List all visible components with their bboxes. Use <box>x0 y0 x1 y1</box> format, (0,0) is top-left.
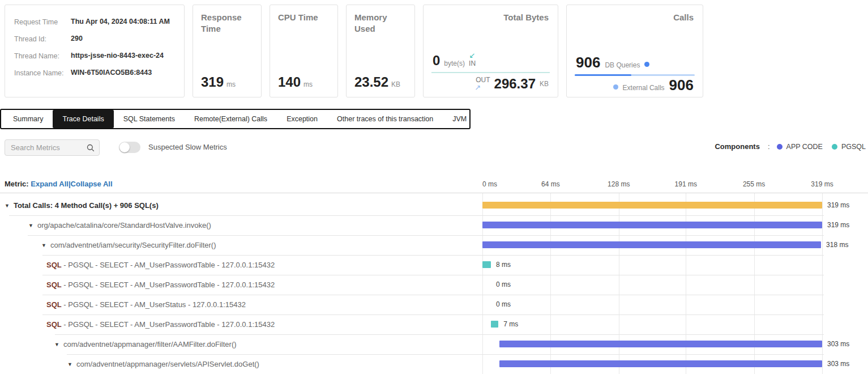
metric-name[interactable]: ▼com/adventnet/appmanager/servlets/APISe… <box>67 354 259 374</box>
legend-pgsql: PGSQL <box>832 143 866 151</box>
metric-text: com/adventnet/iam/security/SecurityFilte… <box>50 241 216 249</box>
request-value: Thu Apr 04, 2024 04:08:11 AM <box>71 18 175 27</box>
tree-row: SQL - PGSQL - SELECT - AM_UserPasswordTa… <box>0 255 868 275</box>
tab-other-traces-of-this-transaction[interactable]: Other traces of this transaction <box>327 110 443 128</box>
metric-name[interactable]: SQL - PGSQL - SELECT - AM_UserPasswordTa… <box>46 275 275 295</box>
tab-trace-details[interactable]: Trace Details <box>53 110 113 128</box>
card-title: Calls <box>673 12 694 23</box>
metric-label: Metric: <box>5 180 29 188</box>
legend-label: PGSQL <box>841 143 866 151</box>
memory-used-unit: KB <box>391 80 400 88</box>
response-time-value: 319 <box>201 75 224 89</box>
metric-name[interactable]: ▼com/adventnet/appmanager/filter/AAMFilt… <box>54 334 237 355</box>
metric-name[interactable]: ▼com/adventnet/iam/security/SecurityFilt… <box>41 235 216 256</box>
tree-row: ▼com/adventnet/iam/security/SecurityFilt… <box>0 235 868 255</box>
tree-row: ▼Total Calls: 4 Method Call(s) + 906 SQL… <box>0 196 868 215</box>
search-input[interactable] <box>5 143 87 152</box>
bytes-divider <box>431 72 550 73</box>
request-info-card: Request TimeThu Apr 04, 2024 04:08:11 AM… <box>5 5 185 97</box>
legend-items: APP CODEPGSQL <box>777 143 866 151</box>
db-queries-label: DB Queries <box>605 61 640 69</box>
axis-tick: 319 ms <box>811 176 833 193</box>
tab-exception[interactable]: Exception <box>277 110 327 128</box>
metric-name[interactable]: SQL - PGSQL - SELECT - AM_UserPasswordTa… <box>46 255 275 275</box>
sql-prefix: SQL <box>46 300 62 309</box>
duration-label: 0 ms <box>496 295 511 314</box>
collapse-all-link[interactable]: Collapse All <box>71 180 113 188</box>
duration-bar <box>482 222 822 228</box>
controls-row: Suspected Slow Metrics Components : APP … <box>0 139 868 156</box>
bytes-out-value: 296.37 <box>494 77 536 91</box>
axis-tick: 64 ms <box>541 176 560 193</box>
components-legend: Components : APP CODEPGSQL <box>715 142 866 151</box>
collapse-arrow-icon[interactable]: ▼ <box>28 216 33 236</box>
tree-row: SQL - PGSQL - SELECT - AM_UserStatus - 1… <box>0 295 868 314</box>
tree-row: ▼com/adventnet/appmanager/filter/AAMFilt… <box>0 334 868 354</box>
external-calls-dot-icon <box>613 84 618 90</box>
db-queries-value: 906 <box>576 55 600 70</box>
cpu-time-value: 140 <box>278 75 301 89</box>
bytes-out-label: OUT <box>476 76 490 83</box>
axis-tick: 255 ms <box>743 176 765 193</box>
tab-jvm[interactable]: JVM <box>443 110 476 128</box>
card-title: Response Time <box>201 12 253 34</box>
tree-row: ▼com/adventnet/appmanager/servlets/APISe… <box>0 354 868 374</box>
bytes-in-unit: byte(s) <box>444 60 465 67</box>
toggle-label: Suspected Slow Metrics <box>148 143 227 151</box>
toggle-knob <box>119 142 130 152</box>
metric-text: - PGSQL - SELECT - AM_UserPasswordTable … <box>62 261 275 269</box>
duration-label: 7 ms <box>503 314 518 334</box>
trace-rows: ▼Total Calls: 4 Method Call(s) + 906 SQL… <box>0 196 868 374</box>
db-queries-dot-icon <box>644 62 649 67</box>
collapse-arrow-icon[interactable]: ▼ <box>54 335 59 355</box>
tab-remote-external-calls[interactable]: Remote(External) Calls <box>185 110 277 128</box>
collapse-arrow-icon[interactable]: ▼ <box>5 196 10 216</box>
expand-all-link[interactable]: Expand All <box>31 180 69 188</box>
duration-label: 319 ms <box>827 196 849 215</box>
duration-bar <box>482 261 491 268</box>
duration-label: 318 ms <box>826 235 848 255</box>
duration-bar <box>499 360 822 367</box>
tab-sql-statements[interactable]: SQL Statements <box>114 110 185 128</box>
duration-bar <box>499 341 822 347</box>
request-label: Thread Name: <box>14 52 64 61</box>
axis-tick: 0 ms <box>482 176 497 193</box>
duration-label: 8 ms <box>496 255 511 275</box>
outbound-arrow-icon: ↗ <box>474 84 481 91</box>
collapse-arrow-icon[interactable]: ▼ <box>41 236 46 256</box>
external-calls-label: External Calls <box>623 84 665 92</box>
sql-prefix: SQL <box>46 261 62 269</box>
sql-prefix: SQL <box>46 320 62 329</box>
response-time-unit: ms <box>226 80 236 88</box>
search-icon[interactable] <box>87 144 95 152</box>
metric-text: org/apache/catalina/core/StandardHostVal… <box>37 221 211 230</box>
metric-name[interactable]: SQL - PGSQL - SELECT - AM_UserPasswordTa… <box>46 314 275 334</box>
card-title: Memory Used <box>354 12 407 34</box>
card-title: Total Bytes <box>503 12 549 23</box>
axis-tick: 191 ms <box>675 176 697 193</box>
metric-name[interactable]: ▼Total Calls: 4 Method Call(s) + 906 SQL… <box>5 196 159 216</box>
tab-summary[interactable]: Summary <box>3 110 53 128</box>
memory-used-value: 23.52 <box>354 75 388 89</box>
request-label: Thread Id: <box>14 35 64 44</box>
metric-name[interactable]: ▼org/apache/catalina/core/StandardHostVa… <box>28 215 211 236</box>
pgsql-dot-icon <box>832 144 837 150</box>
total-bytes-card: Total Bytes 0 byte(s) ↙ IN OUT ↗ 296.37 … <box>423 5 558 97</box>
legend-label: APP CODE <box>786 143 823 151</box>
calls-ratio-fill <box>575 74 631 76</box>
request-value: WIN-6T50IACO5B6:8443 <box>71 69 175 78</box>
cpu-time-unit: ms <box>303 80 313 88</box>
request-value: https-jsse-nio-8443-exec-24 <box>71 52 175 61</box>
metric-header: Metric: Expand All|Collapse All 0 ms64 m… <box>0 176 868 193</box>
duration-bar <box>482 241 821 248</box>
suspected-slow-metrics-toggle[interactable] <box>119 142 140 153</box>
legend-title: Components <box>715 142 759 151</box>
metric-text: com/adventnet/appmanager/filter/AAMFilte… <box>63 340 237 348</box>
metric-name[interactable]: SQL - PGSQL - SELECT - AM_UserStatus - 1… <box>46 295 246 314</box>
metric-text: com/adventnet/appmanager/servlets/APISer… <box>76 360 259 368</box>
sql-prefix: SQL <box>46 280 62 289</box>
metric-text: Total Calls: 4 Method Call(s) + 906 SQL(… <box>14 201 159 210</box>
tab-bar: SummaryTrace DetailsSQL StatementsRemote… <box>0 109 471 129</box>
bytes-in-value: 0 <box>433 54 440 67</box>
collapse-arrow-icon[interactable]: ▼ <box>67 355 72 374</box>
